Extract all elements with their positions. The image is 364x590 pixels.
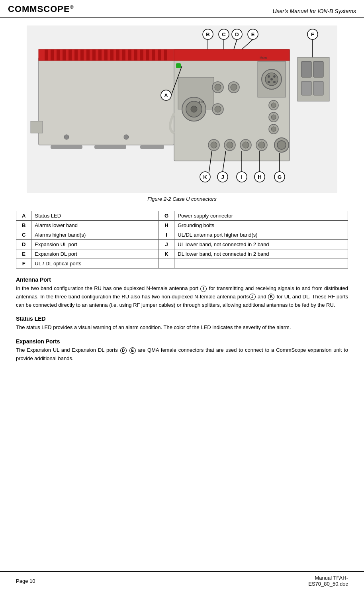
svg-rect-31 [174,49,290,61]
svg-rect-13 [104,49,108,61]
svg-text:K: K [203,174,207,180]
status-led-text: The status LED provides a visual warning… [16,323,348,332]
svg-point-53 [271,115,276,120]
svg-point-63 [258,142,265,148]
svg-point-59 [227,142,233,148]
table-cell-right-label: DL lower band, not connected in 2 band [174,249,348,259]
svg-rect-24 [31,121,43,133]
expansion-ports-text: The Expansion UL and Expansion DL ports … [16,346,348,363]
svg-rect-4 [51,49,54,61]
svg-point-49 [270,78,273,80]
table-cell-right-id: J [159,240,174,249]
table-cell-right-label: Power supply connector [174,211,348,221]
svg-point-48 [273,81,276,83]
table-cell-left-id: D [16,240,31,249]
diagram-svg: ANT Mains B C D E [27,25,337,193]
antenna-port-heading: Antenna Port [16,276,348,283]
svg-rect-7 [68,49,72,61]
svg-rect-19 [140,49,143,61]
circle-k: K [268,294,274,300]
logo-text: COMMSCOPE® [8,4,74,14]
page-content: ANT Mains B C D E [0,18,364,375]
svg-point-45 [268,75,270,78]
table-cell-right-id [159,259,174,269]
svg-rect-28 [94,145,126,149]
table-cell-right-id: K [159,249,174,259]
footer-doc: Manual TFAH- ES70_80_50.doc [308,575,348,587]
svg-rect-15 [116,49,119,61]
table-cell-left-id: F [16,259,31,269]
table-cell-right-id: G [159,211,174,221]
svg-text:D: D [235,31,239,37]
table-cell-left-id: B [16,221,31,230]
svg-point-39 [231,84,237,90]
circle-d: D [120,347,127,354]
svg-point-57 [211,142,217,148]
table-row: F UL / DL optical ports [16,259,348,269]
svg-rect-17 [128,49,131,61]
svg-rect-71 [176,63,181,68]
antenna-port-text: In the two band configuration the RU has… [16,284,348,309]
expansion-ports-heading: Expansion Ports [16,338,348,345]
svg-rect-6 [63,49,66,61]
svg-point-35 [191,106,197,112]
svg-rect-3 [45,49,48,61]
svg-text:ANT: ANT [199,101,205,104]
svg-rect-18 [134,49,137,61]
svg-rect-21 [152,49,155,61]
svg-text:J: J [221,174,224,180]
table-cell-right-id: H [159,221,174,230]
svg-rect-14 [110,49,114,61]
figure-image: ANT Mains B C D E [27,25,337,193]
table-cell-right-label: Grounding bolts [174,221,348,230]
svg-point-37 [215,84,221,90]
svg-text:F: F [311,31,314,37]
svg-rect-12 [98,49,102,61]
page-header: COMMSCOPE® User's Manual for ION-B Syste… [0,0,364,18]
svg-rect-11 [92,49,96,61]
svg-rect-9 [80,49,84,61]
registered-symbol: ® [70,4,74,10]
svg-text:E: E [251,31,255,37]
table-row: E Expansion DL port K DL lower band, not… [16,249,348,259]
svg-text:A: A [164,92,168,98]
svg-point-26 [124,135,129,139]
table-cell-right-id: I [159,230,174,240]
table-cell-right-label [174,259,348,269]
svg-rect-29 [140,145,164,149]
circle-e: E [129,347,136,354]
svg-rect-68 [313,61,323,77]
circle-j: J [249,294,256,300]
svg-rect-8 [74,49,78,61]
svg-rect-23 [164,49,167,61]
svg-text:C: C [222,31,226,37]
figure-caption: Figure 2-2 Case U connectors [147,196,216,202]
svg-point-41 [215,106,221,112]
table-row: B Alarms lower band H Grounding bolts [16,221,348,230]
table-row: A Status LED G Power supply connector [16,211,348,221]
svg-text:B: B [206,31,209,37]
svg-rect-10 [86,49,90,61]
table-cell-left-id: E [16,249,31,259]
table-cell-left-id: A [16,211,31,221]
header-title: User's Manual for ION-B Systems [272,8,356,14]
status-led-heading: Status LED [16,316,348,322]
figure-container: ANT Mains B C D E [16,25,348,207]
svg-point-25 [64,135,69,139]
footer-page: Page 10 [16,578,35,584]
table-row: C Alarms higher band(s) I UL/DL antenna … [16,230,348,240]
table-cell-left-label: UL / DL optical ports [31,259,159,269]
circle-i: I [200,286,207,292]
table-row: D Expansion UL port J UL lower band, not… [16,240,348,249]
svg-rect-27 [51,145,82,149]
svg-rect-20 [146,49,149,61]
table-cell-left-label: Status LED [31,211,159,221]
company-logo: COMMSCOPE® [8,4,74,14]
table-cell-left-label: Alarms lower band [31,221,159,230]
table-cell-left-label: Expansion UL port [31,240,159,249]
svg-point-61 [243,142,249,148]
svg-rect-22 [158,49,161,61]
svg-rect-70 [313,81,323,95]
svg-text:H: H [258,174,261,180]
table-cell-left-label: Alarms higher band(s) [31,230,159,240]
